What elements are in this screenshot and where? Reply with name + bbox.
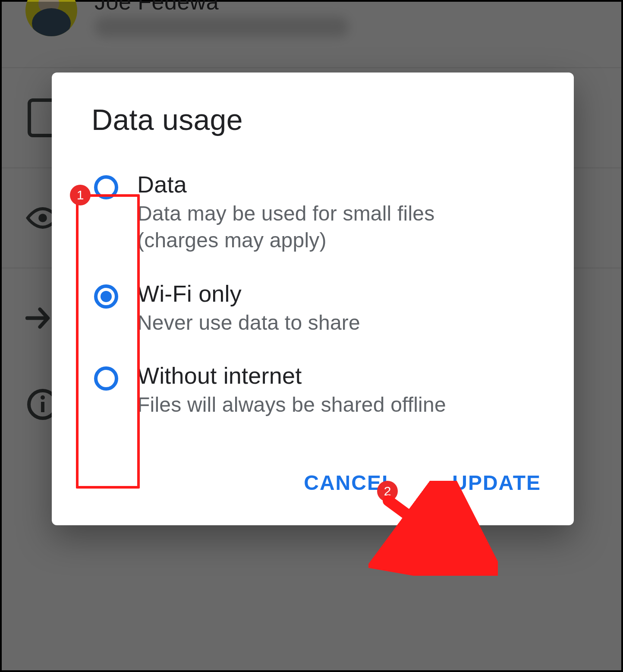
- option-without-internet[interactable]: Without internet Files will always be sh…: [94, 362, 548, 418]
- radio-group: Data Data may be used for small files (c…: [78, 171, 548, 419]
- dialog-title: Data usage: [91, 103, 548, 136]
- update-button[interactable]: UPDATE: [450, 470, 544, 495]
- dialog-actions: CANCEL UPDATE: [78, 470, 548, 495]
- data-usage-dialog: Data usage Data Data may be used for sma…: [52, 73, 574, 525]
- radio-data[interactable]: [94, 175, 118, 199]
- option-offline-subtitle: Files will always be shared offline: [137, 391, 446, 418]
- option-wifi-subtitle: Never use data to share: [137, 309, 360, 336]
- option-wifi-only[interactable]: Wi-Fi only Never use data to share: [94, 280, 548, 336]
- option-data[interactable]: Data Data may be used for small files (c…: [94, 171, 548, 254]
- option-offline-title: Without internet: [137, 362, 446, 389]
- option-wifi-title: Wi-Fi only: [137, 280, 360, 307]
- cancel-button[interactable]: CANCEL: [301, 470, 398, 495]
- radio-wifi-only[interactable]: [94, 284, 118, 309]
- option-data-subtitle: Data may be used for small files (charge…: [137, 200, 504, 254]
- option-data-title: Data: [137, 171, 504, 198]
- radio-without-internet[interactable]: [94, 366, 118, 391]
